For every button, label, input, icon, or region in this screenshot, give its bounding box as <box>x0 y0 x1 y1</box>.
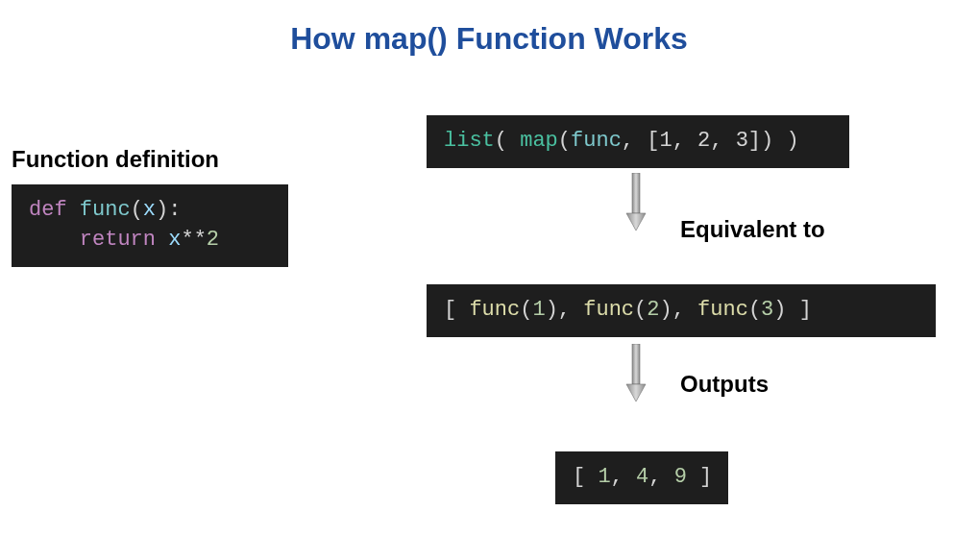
function-definition-label: Function definition <box>12 146 219 173</box>
code-expanded-list: [ func(1), func(2), func(3) ] <box>427 284 936 337</box>
result-1: 1 <box>598 465 610 489</box>
code-map-call: list( map(func, [1, 2, 3]) ) <box>427 115 849 168</box>
punct: ( <box>748 298 761 322</box>
code-result: [ 1, 4, 9 ] <box>555 451 728 504</box>
num-3: 3 <box>761 298 773 322</box>
var-x: x <box>168 228 181 252</box>
punct: [ <box>444 298 469 322</box>
list-literal: [1, 2, 3] <box>647 129 761 153</box>
svg-rect-2 <box>632 344 640 384</box>
func-name: func <box>80 198 131 222</box>
func-call: func <box>697 298 748 322</box>
svg-marker-1 <box>626 213 646 231</box>
punct: , <box>622 129 647 153</box>
result-2: 4 <box>636 465 648 489</box>
page-title: How map() Function Works <box>0 0 978 57</box>
keyword-return: return <box>80 228 156 252</box>
svg-marker-3 <box>626 384 646 402</box>
punct: ( <box>495 129 520 153</box>
punct: [ <box>573 465 598 489</box>
keyword-def: def <box>29 198 67 222</box>
num-2: 2 <box>207 228 219 252</box>
num-2: 2 <box>647 298 659 322</box>
punct: ( <box>558 129 571 153</box>
outputs-label: Outputs <box>680 371 769 398</box>
punct: ) ) <box>761 129 799 153</box>
num-1: 1 <box>532 298 545 322</box>
punct: ): <box>156 198 181 222</box>
code-function-definition: def func(x): return x**2 <box>12 184 288 267</box>
punct: ), <box>546 298 584 322</box>
arrow-down-icon <box>624 173 648 231</box>
builtin-map: map <box>520 129 558 153</box>
arg-func: func <box>571 129 622 153</box>
punct: , <box>648 465 673 489</box>
punct: ( <box>634 298 647 322</box>
punct: ) ] <box>773 298 812 322</box>
op: ** <box>181 228 206 252</box>
punct: ), <box>659 298 697 322</box>
punct: ( <box>520 298 532 322</box>
punct: , <box>611 465 636 489</box>
arrow-down-icon <box>624 344 648 402</box>
svg-rect-0 <box>632 173 640 213</box>
punct: ( <box>131 198 143 222</box>
param-x: x <box>143 198 156 222</box>
func-call: func <box>469 298 520 322</box>
builtin-list: list <box>444 129 495 153</box>
equivalent-to-label: Equivalent to <box>680 216 825 243</box>
result-3: 9 <box>674 465 687 489</box>
func-call: func <box>583 298 634 322</box>
punct: ] <box>687 465 712 489</box>
